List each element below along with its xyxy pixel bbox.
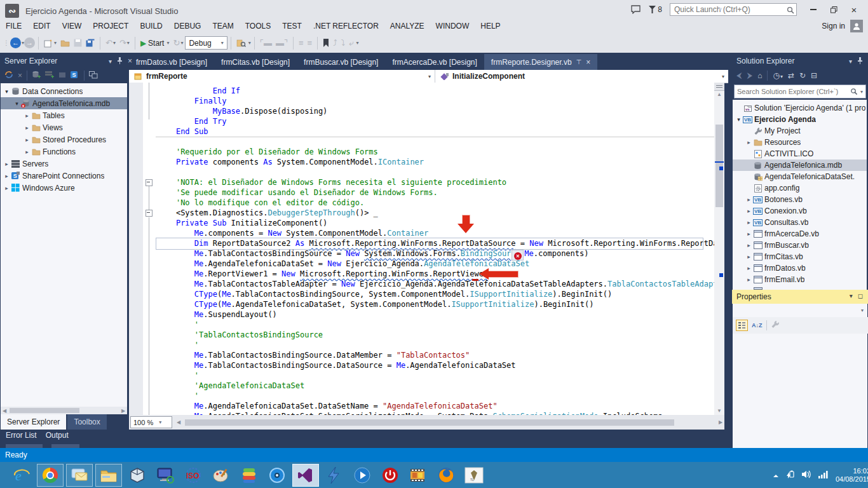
pin-icon[interactable] — [117, 57, 123, 65]
code-line[interactable]: ' — [129, 320, 714, 330]
uncomment-selection-icon[interactable]: ▬⌝ — [276, 38, 288, 48]
collapse-all-icon[interactable]: ⊟ — [811, 71, 817, 80]
server-explorer-item-tables[interactable]: ▸Tables — [1, 109, 127, 121]
fold-collapse-icon[interactable] — [146, 210, 153, 217]
document-tab[interactable]: frmDatos.vb [Design] — [129, 54, 214, 70]
tree-expander-icon[interactable]: ▸ — [745, 265, 752, 271]
taskbar-icon-chrome[interactable] — [37, 464, 64, 487]
taskbar-icon-mail[interactable] — [66, 464, 93, 487]
stop-refresh-icon[interactable]: × — [18, 71, 22, 80]
menu-item-help[interactable]: HELP — [475, 19, 506, 33]
document-tab[interactable]: frmCitas.vb [Design] — [214, 54, 297, 70]
menu-item-build[interactable]: BUILD — [134, 19, 168, 33]
solution-explorer-item-consultas-vb[interactable]: ▸VBConsultas.vb — [733, 217, 867, 228]
taskbar-icon-media-player[interactable] — [349, 464, 375, 486]
previous-bookmark-icon[interactable]: ⤴ — [333, 38, 337, 48]
tree-expander-icon[interactable]: ▸ — [745, 242, 752, 248]
switch-views-icon[interactable]: ◷▾ — [773, 71, 783, 80]
code-line[interactable]: Me.components = New System.ComponentMode… — [129, 228, 714, 238]
method-selector[interactable]: InitializeComponent ▾ — [435, 70, 728, 83]
solution-explorer-item-frmemail-vb[interactable]: ▸frmEmail.vb — [733, 274, 867, 285]
start-debug-button[interactable]: ▶Start▾ — [140, 39, 170, 48]
view-diagram-icon[interactable] — [89, 71, 98, 81]
tree-expander-icon[interactable]: ▾ — [13, 100, 20, 107]
document-list-dropdown-icon[interactable]: ▾ — [719, 6, 865, 12]
panel-tab-error-list[interactable]: Error List — [6, 431, 37, 440]
hot-reload-button[interactable]: ↻▾ — [173, 38, 183, 48]
editor-horizontal-scrollbar[interactable]: ◀ ▶ — [175, 418, 724, 427]
menu-item-team[interactable]: TEAM — [207, 19, 239, 33]
save-all-button[interactable] — [86, 39, 95, 47]
code-line[interactable]: Me.TablaContactosTableAdapter = New Ejer… — [129, 279, 714, 289]
sync-with-active-document-icon[interactable]: ⇄ — [788, 71, 794, 80]
code-line[interactable]: Me.ReportViewer1 = New Microsoft.Reporti… — [129, 269, 714, 279]
code-line[interactable]: 'TablaContactosBindingSource — [129, 330, 714, 340]
notifications-flag-icon[interactable]: 8 — [649, 5, 662, 14]
alphabetical-sort-icon[interactable]: A↓Z — [752, 322, 763, 329]
code-line[interactable] — [129, 167, 714, 177]
taskbar-clock[interactable]: 16:02 04/08/2015 — [836, 467, 868, 484]
server-explorer-item-data-connections[interactable]: ▾Data Connections — [1, 85, 127, 97]
code-line[interactable]: Me.TablaContactosBindingSource.DataMembe… — [129, 350, 714, 360]
solution-search-input[interactable] — [735, 88, 850, 95]
menu-item-edit[interactable]: EDIT — [27, 19, 56, 33]
code-line[interactable]: 'No lo modifique con el editor de código… — [129, 198, 714, 208]
toolbar-drag-handle[interactable]: ⋮ — [3, 39, 8, 46]
menu-item-window[interactable]: WINDOW — [430, 19, 475, 33]
code-line[interactable]: Me.AgendaTelefonicaDataSet.DataSetName =… — [129, 401, 714, 411]
code-line[interactable]: Private Sub InitializeComponent() — [129, 218, 714, 228]
document-tab[interactable]: frmBuscar.vb [Design] — [297, 54, 385, 70]
search-options-dropdown[interactable]: ▾ — [860, 89, 863, 95]
server-explorer-item-windows-azure[interactable]: ▸Windows Azure — [1, 182, 127, 194]
bottom-tab-toolbox[interactable]: Toolbox — [67, 414, 106, 430]
taskbar-icon-visual-studio[interactable] — [292, 464, 319, 487]
solution-explorer-item-resources[interactable]: ▸Resources — [733, 137, 867, 148]
code-line[interactable]: <System.Diagnostics.DebuggerStepThrough(… — [129, 208, 714, 218]
redo-button[interactable]: ↷▾ — [119, 38, 130, 48]
sharepoint-connection-icon[interactable]: S — [71, 71, 79, 81]
properties-object-combo[interactable]: ▾ — [733, 304, 867, 317]
server-explorer-item-functions[interactable]: ▸Functions — [1, 146, 127, 158]
server-explorer-item-servers[interactable]: ▸Servers — [1, 158, 127, 170]
menu-item-view[interactable]: VIEW — [57, 19, 88, 33]
taskbar-icon-remote-desktop[interactable] — [153, 464, 178, 486]
code-line[interactable]: 'AgendaTelefonicaDataSet — [129, 381, 714, 391]
server-explorer-item-views[interactable]: ▸Views — [1, 121, 127, 133]
code-line[interactable]: 'Se puede modificar usando el Diseñador … — [129, 187, 714, 198]
document-tab[interactable]: frmReporte.Designer.vb⊤× — [484, 54, 597, 70]
solution-explorer-item-frmdatos-vb[interactable]: ▸frmDatos.vb — [733, 262, 867, 274]
tree-expander-icon[interactable]: ▸ — [745, 139, 752, 146]
bookmark-overflow[interactable]: ▾ — [356, 40, 358, 46]
tree-expander-icon[interactable]: ▸ — [3, 173, 10, 179]
code-line[interactable]: Me.TablaContactosBindingSource.DataSourc… — [129, 360, 714, 370]
tree-expander-icon[interactable]: ▸ — [745, 219, 752, 226]
code-line[interactable] — [129, 137, 714, 147]
show-hidden-icons-chevron[interactable] — [773, 470, 779, 481]
pin-icon[interactable]: ⊤ — [576, 58, 582, 65]
pin-icon[interactable] — [857, 57, 863, 65]
undo-button[interactable]: ↶▾ — [105, 38, 116, 48]
solution-explorer-item-agendatelefonica-mdb[interactable]: AgendaTelefonica.mdb — [733, 159, 867, 171]
tree-expander-icon[interactable]: ▸ — [745, 276, 752, 283]
window-position-dropdown-icon[interactable]: ▾ — [109, 58, 112, 65]
solution-explorer-item-ejercicio-agenda[interactable]: ▾VBEjercicio Agenda — [733, 114, 867, 125]
solution-explorer-item-conexion-vb[interactable]: ▸VBConexion.vb — [733, 205, 867, 217]
code-line[interactable]: Me.TablaContactosBindingSource = New Sys… — [129, 248, 714, 259]
document-tab[interactable]: frmAcercaDe.vb [Design] — [385, 54, 484, 70]
tree-expander-icon[interactable]: ▸ — [745, 208, 752, 214]
navigate-back-button[interactable]: ← — [10, 37, 21, 48]
code-line[interactable]: Finally — [129, 96, 714, 106]
tree-expander-icon[interactable]: ▸ — [24, 137, 31, 143]
solution-explorer-item-solution-ejercicio-agenda-1-pro[interactable]: vsSolution 'Ejercicio Agenda' (1 pro — [733, 102, 867, 114]
menu-item-file[interactable]: FILE — [0, 19, 27, 33]
feedback-icon[interactable] — [631, 5, 641, 14]
solution-explorer-item-frmbuscar-vb[interactable]: ▸frmBuscar.vb — [733, 240, 867, 251]
sign-in-link[interactable]: Sign in — [822, 22, 845, 30]
volume-icon[interactable] — [802, 470, 811, 481]
bottom-tab-server-explorer[interactable]: Server Explorer — [1, 414, 66, 430]
code-line[interactable]: Private components As System.ComponentMo… — [129, 157, 714, 167]
code-line[interactable]: ' — [129, 370, 714, 381]
menu-item-analyze[interactable]: ANALYZE — [384, 19, 430, 33]
solution-explorer-item-botones-vb[interactable]: ▸VBBotones.vb — [733, 194, 867, 205]
tree-expander-icon[interactable]: ▸ — [3, 185, 10, 191]
